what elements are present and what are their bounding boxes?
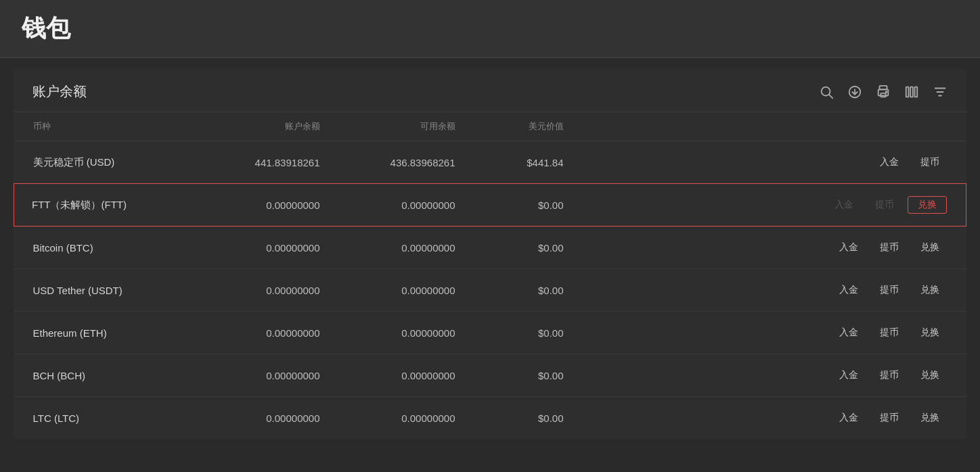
download-icon[interactable] [847, 85, 862, 99]
withdraw-button[interactable]: 提币 [912, 154, 948, 171]
table-row: BCH (BCH)0.000000000.00000000$0.00入金提币兑换 [14, 354, 966, 397]
col-header-balance: 账户余额 [204, 112, 339, 141]
actions-cell: 入金提币兑换 [583, 269, 966, 312]
balance-cell: 0.00000000 [204, 227, 339, 269]
deposit-button[interactable]: 入金 [872, 154, 907, 171]
available-cell: 0.00000000 [339, 312, 474, 354]
usd-value-cell: $0.00 [474, 184, 583, 227]
usd-value-cell: $0.00 [474, 312, 583, 354]
actions-cell: 入金提币 [583, 141, 966, 184]
deposit-button[interactable]: 入金 [831, 281, 866, 299]
actions-cell: 入金提币兑换 [583, 227, 966, 269]
available-cell: 0.00000000 [339, 184, 474, 227]
currency-cell: USD Tether (USDT) [14, 269, 204, 312]
currency-cell: Bitcoin (BTC) [14, 227, 204, 269]
table-row: LTC (LTC)0.000000000.00000000$0.00入金提币兑换 [14, 397, 966, 440]
svg-point-7 [886, 91, 887, 93]
exchange-button[interactable]: 兑换 [912, 239, 948, 256]
exchange-button[interactable]: 兑换 [912, 324, 948, 341]
section-title: 账户余额 [32, 82, 87, 101]
usd-value-cell: $0.00 [474, 397, 583, 440]
svg-line-1 [829, 95, 832, 98]
balance-table: 币种 账户余额 可用余额 美元价值 美元稳定币 (USD)441.8391826… [14, 112, 966, 439]
search-icon[interactable] [819, 85, 834, 99]
usd-value-cell: $441.84 [474, 141, 583, 184]
col-header-available: 可用余额 [339, 112, 474, 141]
available-cell: 0.00000000 [339, 227, 474, 269]
table-row: 美元稳定币 (USD)441.83918261436.83968261$441.… [14, 141, 966, 184]
balance-cell: 0.00000000 [204, 354, 339, 397]
available-cell: 0.00000000 [339, 397, 474, 440]
toolbar [819, 85, 948, 99]
currency-cell: FTT（未解锁）(FTT) [14, 184, 204, 227]
exchange-button[interactable]: 兑换 [912, 367, 948, 384]
svg-rect-6 [881, 93, 885, 97]
svg-rect-9 [910, 87, 913, 97]
section-header: 账户余额 [14, 69, 966, 112]
deposit-button[interactable]: 入金 [831, 409, 866, 427]
available-cell: 0.00000000 [339, 269, 474, 312]
currency-cell: BCH (BCH) [14, 354, 204, 397]
table-row: FTT（未解锁）(FTT)0.000000000.00000000$0.00入金… [14, 184, 966, 227]
available-cell: 0.00000000 [339, 354, 474, 397]
currency-cell: LTC (LTC) [14, 397, 204, 440]
actions-cell: 入金提币兑换 [583, 397, 966, 440]
page-title: 钱包 [22, 14, 70, 42]
exchange-button[interactable]: 兑换 [912, 409, 948, 427]
withdraw-button[interactable]: 提币 [872, 239, 907, 256]
svg-rect-10 [915, 87, 918, 97]
balance-cell: 0.00000000 [204, 312, 339, 354]
print-icon[interactable] [876, 85, 891, 99]
withdraw-button[interactable]: 提币 [872, 281, 907, 299]
withdraw-button[interactable]: 提币 [872, 409, 907, 427]
currency-cell: 美元稳定币 (USD) [14, 141, 204, 184]
balance-cell: 0.00000000 [204, 184, 339, 227]
deposit-button[interactable]: 入金 [831, 324, 866, 341]
usd-value-cell: $0.00 [474, 354, 583, 397]
exchange-button[interactable]: 兑换 [908, 196, 947, 214]
currency-cell: Ethereum (ETH) [14, 312, 204, 354]
columns-icon[interactable] [904, 85, 919, 99]
col-header-usd: 美元价值 [474, 112, 583, 141]
balance-cell: 0.00000000 [204, 397, 339, 440]
usd-value-cell: $0.00 [474, 269, 583, 312]
deposit-button: 入金 [826, 196, 862, 214]
svg-rect-8 [906, 87, 909, 97]
usd-value-cell: $0.00 [474, 227, 583, 269]
actions-cell: 入金提币兑换 [583, 354, 966, 397]
balance-cell: 0.00000000 [204, 269, 339, 312]
table-header-row: 币种 账户余额 可用余额 美元价值 [14, 112, 966, 141]
page-header: 钱包 [0, 0, 980, 58]
actions-cell: 入金提币兑换 [583, 184, 966, 227]
withdraw-button[interactable]: 提币 [872, 367, 907, 384]
col-header-currency: 币种 [14, 112, 204, 141]
deposit-button[interactable]: 入金 [831, 367, 866, 384]
col-header-actions [583, 112, 966, 141]
exchange-button[interactable]: 兑换 [912, 281, 948, 299]
table-row: Ethereum (ETH)0.000000000.00000000$0.00入… [14, 312, 966, 354]
withdraw-button: 提币 [867, 196, 902, 214]
filter-icon[interactable] [933, 85, 948, 99]
available-cell: 436.83968261 [339, 141, 474, 184]
actions-cell: 入金提币兑换 [583, 312, 966, 354]
table-row: Bitcoin (BTC)0.000000000.00000000$0.00入金… [14, 227, 966, 269]
deposit-button[interactable]: 入金 [831, 239, 866, 256]
balance-cell: 441.83918261 [204, 141, 339, 184]
withdraw-button[interactable]: 提币 [872, 324, 907, 341]
content-area: 账户余额 [14, 69, 966, 439]
table-row: USD Tether (USDT)0.000000000.00000000$0.… [14, 269, 966, 312]
